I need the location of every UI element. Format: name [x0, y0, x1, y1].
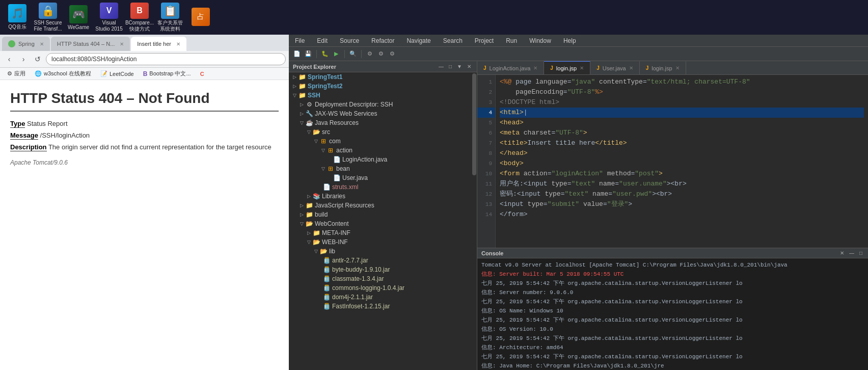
tree-item-dom4j[interactable]: 🫙 dom4j-2.1.1.jar [289, 293, 472, 302]
menu-project[interactable]: Project [473, 36, 496, 45]
code-line-11: 用户名:<input type="text" name="user.uname"… [500, 179, 864, 189]
console-line-2: 七月 25, 2019 5:54:42 下午 org.apache.catali… [481, 297, 864, 306]
toolbar-run[interactable]: ▶ [331, 49, 341, 59]
taskbar-icon-extra[interactable]: 占 [187, 3, 214, 32]
code-line-13: <input type="submit" value="登录" > [500, 199, 864, 209]
toolbar-new[interactable]: 📄 [292, 49, 302, 59]
editor-tab-userjava[interactable]: J User.java ✕ [590, 61, 639, 74]
bookmark-bootstrap[interactable]: BBootstrap 中文... [139, 69, 195, 78]
tree-item-lib[interactable]: ▽ 📂 lib [289, 247, 472, 256]
tree-item-action[interactable]: ▽ ⊞ action [289, 146, 472, 155]
reload-button[interactable]: ↺ [32, 53, 44, 65]
menu-refactor[interactable]: Refactor [369, 36, 396, 45]
toolbar-more3[interactable]: ⚙ [387, 49, 397, 59]
tree-item-ssh[interactable]: ▽ 📁 SSH [289, 91, 472, 100]
tree-item-java-resources[interactable]: ▽ ☕ Java Resources [289, 118, 472, 127]
tree-item-jsresources[interactable]: ▷ 📁 JavaScript Resources [289, 201, 472, 210]
close-editor-tab-loginjsp2[interactable]: ✕ [675, 65, 680, 71]
tree-item-commonslogging[interactable]: 🫙 commons-logging-1.0.4.jar [289, 283, 472, 293]
tree-item-classmate[interactable]: 🫙 classmate-1.3.4.jar [289, 274, 472, 283]
tree-item-webcontent[interactable]: ▽ 📂 WebContent [289, 219, 472, 228]
taskbar: 🎵 QQ音乐 🔒 SSH SecureFile Transf... 🎮 WeGa… [0, 0, 868, 35]
editor-tab-loginaction[interactable]: J LoginAction.java ✕ [477, 61, 544, 74]
tree-item-loginaction[interactable]: 📄 LoginAction.java [289, 155, 472, 164]
menu-file[interactable]: File [293, 36, 307, 45]
close-tab-http404[interactable]: ✕ [120, 41, 124, 47]
tree-item-build[interactable]: ▷ 📁 build [289, 210, 472, 219]
taskbar-icon-bcompare[interactable]: B BCompare...快捷方式 [126, 3, 153, 32]
taskbar-icon-ssh[interactable]: 🔒 SSH SecureFile Transf... [35, 3, 61, 32]
address-bar[interactable] [46, 53, 286, 65]
panel-header-explorer: Project Explorer — □ ▼ ✕ [289, 61, 477, 72]
tree-item-bytebuddy[interactable]: 🫙 byte-buddy-1.9.10.jar [289, 265, 472, 274]
bookmark-apps[interactable]: ⚙应用 [3, 69, 30, 78]
explorer-maximize[interactable]: □ [447, 63, 453, 70]
browser-tab-spring[interactable]: Spring ✕ [2, 37, 50, 51]
close-editor-tab-userjava[interactable]: ✕ [629, 65, 633, 71]
console-content: Tomcat v9.0 Server at localhost [Apache … [477, 258, 868, 370]
close-tab-insert[interactable]: ✕ [176, 41, 180, 47]
toolbar-debug[interactable]: 🐛 [320, 49, 330, 59]
tree-item-userjava[interactable]: 📄 User.java [289, 173, 472, 182]
menu-navigate[interactable]: Navigate [404, 36, 432, 45]
taskbar-icon-wegame[interactable]: 🎮 WeGame [65, 3, 92, 32]
console-line-server: 信息: Server number: 9.0.6.0 [481, 288, 864, 297]
taskbar-icon-qq[interactable]: 🎵 QQ音乐 [4, 3, 31, 32]
console-panel: Console ✕ — □ Tomcat v9.0 Server at loca… [477, 248, 868, 370]
console-minimize[interactable]: — [848, 250, 856, 256]
explorer-minimize[interactable]: — [437, 63, 445, 70]
toolbar-save[interactable]: 💾 [303, 49, 313, 59]
toolbar-more2[interactable]: ⚙ [376, 49, 386, 59]
menu-source[interactable]: Source [338, 36, 361, 45]
tree-item-jaxws[interactable]: ▷ 🔧 JAX-WS Web Services [289, 109, 472, 118]
code-line-10: <form action="loginAction" method="post"… [500, 169, 864, 179]
console-clear[interactable]: ✕ [838, 250, 846, 256]
close-editor-tab-loginjsp[interactable]: ✕ [580, 65, 584, 71]
console-line-3: 七月 25, 2019 5:54:42 下午 org.apache.catali… [481, 315, 864, 325]
taskbar-icon-vs[interactable]: V VisualStudio 2015 [96, 3, 122, 32]
browser-tab-http404[interactable]: HTTP Status 404 – N... ✕ [51, 37, 130, 51]
tree-item-springtest1[interactable]: ▷ 📁 SpringTest1 [289, 72, 472, 82]
editor-tab-loginjsp[interactable]: J login.jsp ✕ [544, 61, 590, 74]
browser-tab-insert[interactable]: Insert title her ✕ [131, 37, 186, 51]
explorer-close[interactable]: ✕ [466, 63, 473, 70]
tree-item-deployment[interactable]: ▷ ⚙ Deployment Descriptor: SSH [289, 100, 472, 109]
tree-item-strutsxml[interactable]: 📄 struts.xml [289, 182, 472, 192]
menu-search[interactable]: Search [441, 36, 465, 45]
tree-item-springtest2[interactable]: ▷ 📁 SpringTest2 [289, 82, 472, 91]
tree-item-metainf[interactable]: ▷ 📁 META-INF [289, 228, 472, 237]
close-tab-spring[interactable]: ✕ [40, 41, 44, 47]
bookmark-leetcode[interactable]: 📝LeetCode [96, 69, 138, 78]
explorer-menu[interactable]: ▼ [455, 63, 464, 70]
editor-tab-loginjsp2[interactable]: J login.jsp ✕ [640, 61, 686, 74]
browser-toolbar: ‹ › ↺ [0, 51, 289, 68]
menu-help[interactable]: Help [561, 36, 578, 45]
taskbar-icon-crm[interactable]: 📋 客户关系管系统资料 [157, 3, 183, 32]
http-footer: Apache Tomcat/9.0.6 [10, 159, 279, 166]
code-line-12: 密码:<input type="text" name="user.pwd" ><… [500, 189, 864, 199]
browser-tabs: Spring ✕ HTTP Status 404 – N... ✕ Insert… [0, 35, 289, 51]
eclipse-toolbar: 📄 💾 🐛 ▶ 🔍 ⚙ ⚙ ⚙ [289, 47, 868, 61]
code-line-9: <body> [500, 158, 864, 169]
menu-window[interactable]: Window [527, 36, 553, 45]
bookmark-w3school[interactable]: 🌐w3school 在线教程 [31, 69, 95, 78]
browser-content: HTTP Status 404 – Not Found Type Status … [0, 80, 289, 370]
toolbar-search[interactable]: 🔍 [348, 49, 358, 59]
tree-item-src[interactable]: ▽ 📂 src [289, 127, 472, 137]
console-line-5: 七月 25, 2019 5:54:42 下午 org.apache.catali… [481, 352, 864, 361]
tree-item-fastinfoset[interactable]: 🫙 FastInfoset-1.2.15.jar [289, 302, 472, 311]
toolbar-more1[interactable]: ⚙ [365, 49, 375, 59]
back-button[interactable]: ‹ [3, 53, 15, 65]
forward-button[interactable]: › [17, 53, 30, 65]
tree-item-antlr[interactable]: 🫙 antlr-2.7.7.jar [289, 256, 472, 265]
menu-run[interactable]: Run [504, 36, 519, 45]
tree-item-webinf[interactable]: ▽ 📂 WEB-INF [289, 237, 472, 247]
console-maximize[interactable]: □ [858, 250, 864, 256]
tree-item-com[interactable]: ▽ ⊞ com [289, 137, 472, 146]
tree-item-bean[interactable]: ▽ ⊞ bean [289, 164, 472, 173]
close-editor-tab-loginaction[interactable]: ✕ [533, 65, 537, 71]
menu-edit[interactable]: Edit [315, 36, 330, 45]
tree-item-libraries[interactable]: ▷ 📚 Libraries [289, 192, 472, 201]
bookmark-c[interactable]: C [196, 70, 208, 78]
code-content[interactable]: <%@ page language="java" contentType="te… [496, 75, 868, 248]
